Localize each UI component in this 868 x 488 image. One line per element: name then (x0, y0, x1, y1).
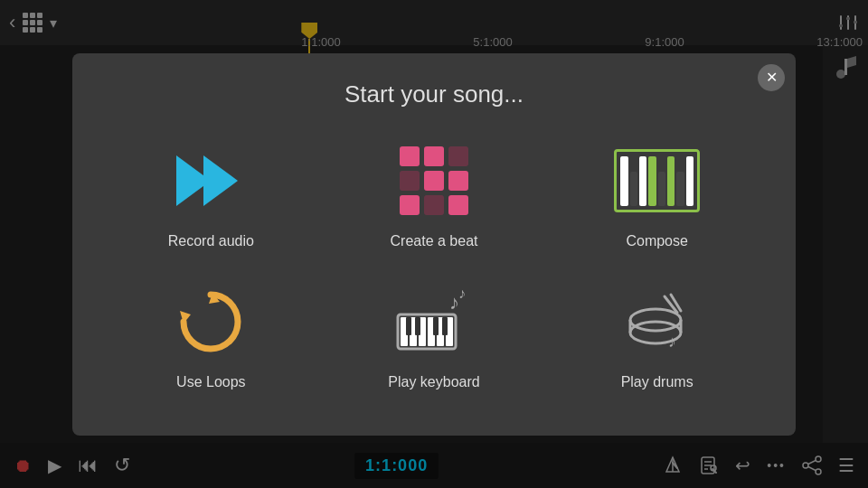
play-drums-option[interactable]: ♪ Play drums (554, 277, 760, 399)
play-keyboard-option[interactable]: ♪ ♪ Play keyboard (332, 277, 537, 399)
create-beat-icon (389, 145, 479, 217)
use-loops-label: Use Loops (176, 374, 246, 390)
svg-rect-23 (442, 317, 448, 335)
svg-rect-21 (415, 317, 420, 335)
record-audio-label: Record audio (168, 233, 254, 249)
create-beat-label: Create a beat (391, 233, 478, 249)
modal-close-button[interactable]: ✕ (758, 64, 785, 91)
record-audio-option[interactable]: Record audio (108, 136, 314, 258)
svg-rect-20 (406, 317, 411, 335)
play-keyboard-icon: ♪ ♪ (389, 286, 479, 358)
play-drums-label: Play drums (621, 374, 693, 390)
record-audio-icon (165, 145, 256, 217)
compose-option[interactable]: Compose (554, 136, 760, 258)
compose-label: Compose (626, 233, 687, 249)
svg-text:♪: ♪ (458, 289, 466, 301)
play-keyboard-label: Play keyboard (388, 374, 479, 390)
modal-title: Start your song... (108, 80, 760, 108)
create-beat-option[interactable]: Create a beat (332, 136, 537, 258)
use-loops-option[interactable]: Use Loops (108, 277, 314, 399)
play-drums-icon: ♪ (612, 286, 703, 358)
svg-text:♪: ♪ (668, 333, 676, 351)
start-song-modal: Start your song... ✕ Record audio (72, 53, 796, 436)
svg-point-26 (630, 309, 681, 331)
modal-overlay: Start your song... ✕ Record audio (0, 0, 868, 488)
compose-icon (612, 145, 703, 217)
svg-rect-22 (433, 317, 439, 335)
use-loops-icon (165, 286, 256, 358)
modal-options-grid: Record audio (108, 136, 760, 399)
